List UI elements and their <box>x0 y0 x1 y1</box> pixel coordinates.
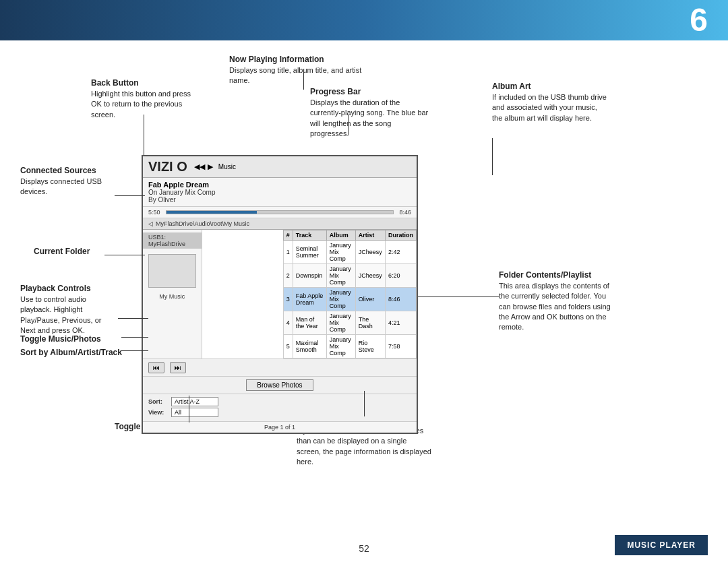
breadcrumb-bar: ◁ MyFlashDrive\Audio\root\My Music <box>143 218 417 230</box>
total-time: 8:46 <box>399 209 411 216</box>
current-time: 5:50 <box>148 209 160 216</box>
next-button[interactable]: ⏭ <box>170 362 186 373</box>
folder-contents-line <box>418 296 499 297</box>
table-row[interactable]: 2DownspinJanuary Mix CompJCheesy6:20 <box>283 264 416 288</box>
table-row[interactable]: 3Fab Apple DreamJanuary Mix CompOliver8:… <box>283 288 416 311</box>
playback-icons: ◀◀ ▶ Music <box>194 162 236 171</box>
annotation-current-folder: Current Folder <box>34 246 90 257</box>
top-bar: 6 <box>0 0 728 40</box>
table-row[interactable]: 4Man of the YearJanuary Mix CompThe Dash… <box>283 311 416 335</box>
folder-label: My Music <box>143 293 202 300</box>
vizio-screen: VIZI O ◀◀ ▶ Music Fab Apple Dream On Jan… <box>142 155 418 434</box>
sort-label: Sort: <box>148 398 169 405</box>
now-playing-bar: Fab Apple Dream On January Mix Comp By O… <box>143 178 417 207</box>
sort-value[interactable]: Artist A-Z <box>171 397 218 406</box>
toggle-view-line <box>189 396 189 423</box>
progress-bar-row: 5:50 8:46 <box>143 207 417 218</box>
play-icon[interactable]: ▶ <box>208 162 213 171</box>
current-folder-line <box>104 255 145 255</box>
usb-device-item[interactable]: USB1: MyFlashDrive <box>143 232 202 249</box>
vizio-logo: VIZI O <box>148 159 187 175</box>
breadcrumb-path: MyFlashDrive\Audio\root\My Music <box>156 220 249 227</box>
col-album: Album <box>326 230 355 241</box>
annotation-folder-contents: Folder Contents/Playlist This area displ… <box>499 270 613 333</box>
annotation-album-art: Album Art If included on the USB thumb d… <box>492 81 607 123</box>
page-info-line <box>364 391 365 416</box>
sort-by-line <box>121 350 148 351</box>
sort-line: Sort: Artist A-Z <box>148 397 411 406</box>
col-duration: Duration <box>385 230 416 241</box>
table-row[interactable]: 5Maximal SmoothJanuary Mix CompRio Steve… <box>283 335 416 358</box>
table-row[interactable]: 1Seminal SummerJanuary Mix CompJCheesy2:… <box>283 241 416 264</box>
col-track: Track <box>293 230 326 241</box>
playback-controls-line <box>118 318 148 319</box>
annotation-connected-sources: Connected Sources Displays connected USB… <box>20 165 108 197</box>
sort-view-row: Sort: Artist A-Z View: All <box>143 394 417 421</box>
progress-bar-line <box>348 115 349 135</box>
annotation-toggle-music-photos: Toggle Music/Photos <box>20 334 101 345</box>
annotation-sort-by: Sort by Album/Artist/Track <box>20 347 122 358</box>
now-playing-line <box>303 69 304 90</box>
page-info-row: Page 1 of 1 <box>143 421 417 433</box>
page-number: 52 <box>359 543 369 554</box>
artist-line: By Oliver <box>148 196 411 204</box>
toggle-music-line <box>121 337 148 338</box>
source-list: USB1: MyFlashDrive My Music <box>143 230 202 358</box>
track-table-area: # Track Album Artist Duration 1Seminal S… <box>283 230 417 358</box>
prev-button[interactable]: ⏮ <box>148 362 164 373</box>
annotation-progress-bar: Progress Bar Displays the duration of th… <box>310 86 431 139</box>
page-chapter-number: 6 <box>690 4 708 36</box>
music-player-badge: MUSIC PLAYER <box>615 535 708 555</box>
annotation-playback-controls: Playback Controls Use to control audio p… <box>20 283 118 336</box>
song-title: Fab Apple Dream <box>148 181 411 189</box>
col-num: # <box>283 230 293 241</box>
folder-thumbnail <box>148 254 196 288</box>
back-button-line <box>144 115 144 155</box>
progress-fill <box>166 211 257 214</box>
view-value[interactable]: All <box>171 408 218 417</box>
connected-sources-line <box>115 195 145 196</box>
progress-track <box>166 210 394 214</box>
browse-photos-row: Browse Photos <box>143 376 417 394</box>
prev-icon[interactable]: ◀◀ <box>194 162 205 171</box>
view-line: View: All <box>148 408 411 417</box>
main-wrapper: Now Playing Information Displays song ti… <box>0 40 728 562</box>
col-artist: Artist <box>355 230 385 241</box>
screen-top-bar: VIZI O ◀◀ ▶ Music <box>143 156 417 178</box>
view-label: View: <box>148 409 169 416</box>
album-art-line <box>492 138 493 175</box>
page-info-text: Page 1 of 1 <box>264 424 295 431</box>
breadcrumb-play-icon: ◁ <box>148 220 153 227</box>
track-table: # Track Album Artist Duration 1Seminal S… <box>283 230 417 358</box>
controls-row: ⏮ ⏭ <box>143 358 417 376</box>
browse-photos-button[interactable]: Browse Photos <box>246 379 313 391</box>
source-label: Music <box>218 163 236 170</box>
screen-body: USB1: MyFlashDrive My Music # Track Albu… <box>143 230 417 358</box>
annotation-back-button: Back Button Highlight this button and pr… <box>91 77 199 120</box>
album-line: On January Mix Comp <box>148 189 411 196</box>
